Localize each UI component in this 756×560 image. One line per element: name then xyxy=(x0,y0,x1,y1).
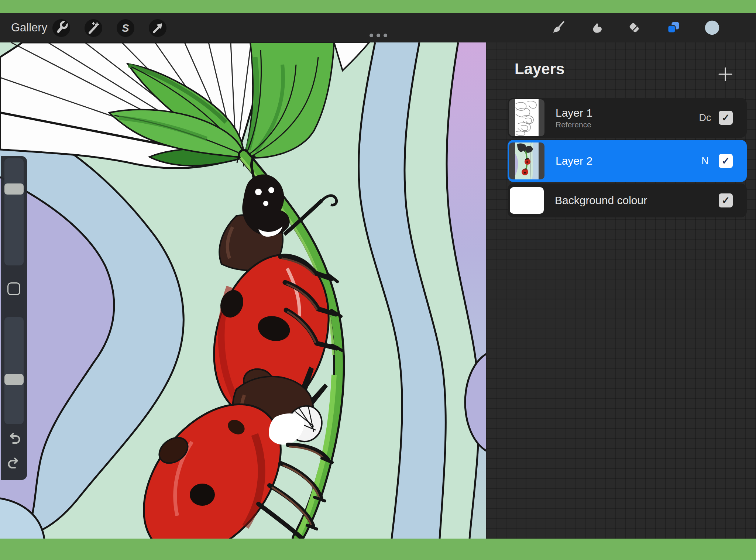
layer-row-layer2-selected[interactable]: Layer 2 N ✓ xyxy=(508,140,747,182)
layer2-thumbnail[interactable] xyxy=(509,142,544,179)
active-color-circle xyxy=(704,20,720,36)
brush-size-slider[interactable] xyxy=(4,158,24,265)
transform-arrow-icon xyxy=(149,19,166,37)
smudge-finger-icon xyxy=(589,20,605,36)
more-dots-icon[interactable] xyxy=(370,34,387,37)
layer-subtitle: Reference xyxy=(556,120,592,129)
visibility-checkbox[interactable]: ✓ xyxy=(719,154,733,168)
gallery-button[interactable]: Gallery xyxy=(11,13,47,42)
layer1-thumbnail-art xyxy=(515,99,539,136)
wrench-icon xyxy=(52,19,70,37)
magic-wand-icon xyxy=(85,19,102,37)
layer2-thumbnail-art xyxy=(515,142,539,179)
app-frame: Gallery S xyxy=(0,0,756,560)
adjustments-button[interactable] xyxy=(85,19,102,37)
layers-tool-button[interactable] xyxy=(665,20,681,36)
blend-mode-badge[interactable]: N xyxy=(692,155,718,167)
smudge-tool-button[interactable] xyxy=(589,20,605,36)
svg-text:S: S xyxy=(122,22,129,34)
layers-icon xyxy=(665,20,681,36)
actions-button[interactable] xyxy=(52,19,70,37)
background-colour-swatch[interactable] xyxy=(510,187,544,214)
top-toolbar: Gallery S xyxy=(0,13,756,42)
brush-sidebar xyxy=(1,156,27,480)
undo-button[interactable] xyxy=(6,431,22,447)
drawing-canvas[interactable] xyxy=(0,42,486,539)
add-layer-button[interactable] xyxy=(717,66,733,82)
eraser-icon xyxy=(626,20,642,36)
layer-name: Background colour xyxy=(555,194,647,207)
layer-name: Layer 2 xyxy=(556,155,592,167)
redo-button[interactable] xyxy=(6,456,22,472)
layer-name: Layer 1 xyxy=(556,107,592,119)
canvas-artwork xyxy=(0,42,486,539)
layer-row-background-colour[interactable]: Background colour ✓ xyxy=(508,183,747,217)
selection-s-icon: S xyxy=(117,19,134,37)
layer1-thumbnail[interactable] xyxy=(509,99,544,136)
layer-row-layer1[interactable]: Layer 1 Reference Dc ✓ xyxy=(508,98,747,138)
brush-size-handle[interactable] xyxy=(4,183,24,195)
color-swatch-button[interactable] xyxy=(704,20,720,36)
visibility-checkbox[interactable]: ✓ xyxy=(719,193,733,207)
brush-icon xyxy=(550,20,566,36)
visibility-checkbox[interactable]: ✓ xyxy=(719,111,733,125)
opacity-handle[interactable] xyxy=(4,374,24,385)
eraser-tool-button[interactable] xyxy=(626,20,642,36)
blend-mode-badge[interactable]: Dc xyxy=(692,112,718,124)
brush-tool-button[interactable] xyxy=(550,20,566,36)
modify-button[interactable] xyxy=(7,282,20,295)
opacity-slider[interactable] xyxy=(4,317,24,424)
selection-button[interactable]: S xyxy=(117,19,134,37)
layers-panel-title: Layers xyxy=(515,60,564,78)
transform-button[interactable] xyxy=(149,19,166,37)
layers-panel: Layers xyxy=(486,42,756,539)
